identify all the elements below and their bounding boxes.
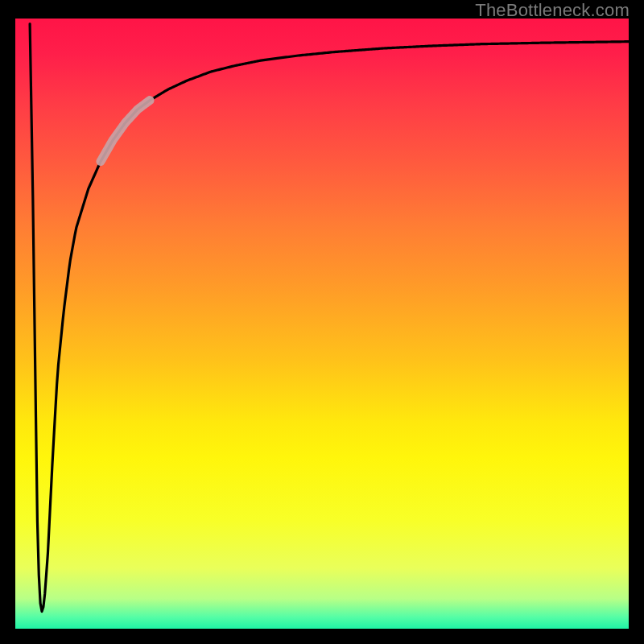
plot-area: [14, 18, 630, 630]
curve-highlight: [101, 101, 150, 162]
curve-line: [30, 24, 630, 612]
curve-svg: [14, 18, 630, 630]
chart-container: TheBottleneck.com: [0, 0, 644, 644]
